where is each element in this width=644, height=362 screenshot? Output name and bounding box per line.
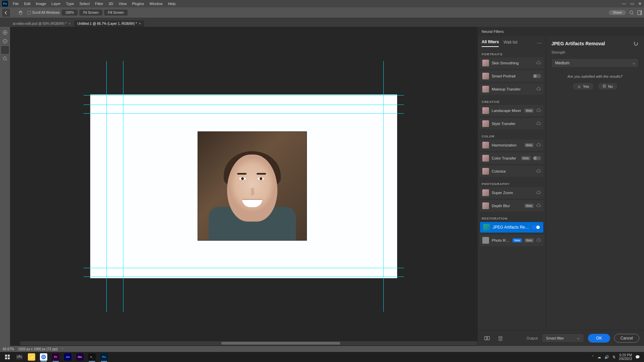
taskbar-chrome[interactable] [38,352,50,362]
fit-screen-button[interactable]: Fit Screen [79,10,102,15]
tray-chevron-icon[interactable]: ˄ [592,355,594,359]
home-back-icon[interactable] [2,9,10,17]
filter-harmonization[interactable]: HarmonizationBeta [480,139,544,151]
tray-volume-icon[interactable]: 🔊 [604,355,609,359]
horizontal-scrollbar[interactable] [20,341,477,345]
menu-type[interactable]: Type [63,0,77,7]
filter-style-transfer[interactable]: Style Transfer [480,118,544,129]
tab-doc-2[interactable]: Untitled-1 @ 66.7% (Layer 1, RGB/8#) *× [74,20,144,27]
filter-depth-blur[interactable]: Depth BlurBeta [480,200,544,212]
cloud-download-icon[interactable] [536,87,541,92]
canvas[interactable] [10,27,477,346]
strength-dropdown[interactable]: Medium⌵ [551,58,639,68]
cloud-download-icon[interactable] [536,121,541,126]
ok-button[interactable]: OK [588,334,610,343]
tray-network-icon[interactable]: ⇅ [612,355,615,359]
tab-wait-list[interactable]: Wait list [503,40,518,47]
tab-all-filters[interactable]: All filters [482,40,499,47]
zoom-in-icon[interactable] [1,29,9,36]
guide-horizontal[interactable] [84,277,404,277]
filter-color-transfer[interactable]: Color TransferBeta [480,153,544,164]
guide-vertical[interactable] [383,61,384,312]
close-icon[interactable]: ✕ [636,1,644,6]
filter-skin-smoothing[interactable]: Skin Smoothing [480,57,544,69]
menu-window[interactable]: Window [147,0,165,7]
chevron-down-icon: ⌵ [577,336,580,340]
menu-help[interactable]: Help [165,0,178,7]
guide-horizontal[interactable] [84,268,404,268]
toggle[interactable] [533,74,541,78]
toggle[interactable] [533,156,541,160]
cloud-download-icon[interactable] [536,190,541,195]
filter-smart-portrait[interactable]: Smart Portrait [480,70,544,82]
yes-button[interactable]: ☺Yes [572,82,594,90]
close-icon[interactable]: × [139,22,141,25]
cloud-download-icon[interactable] [536,108,541,113]
zoom-100-button[interactable]: 100% [62,10,78,15]
menu-edit[interactable]: Edit [21,0,33,7]
guide-horizontal[interactable] [84,95,404,96]
taskbar-terminal[interactable]: >_ [86,352,98,362]
menu-plugins[interactable]: Plugins [129,0,147,7]
beta-badge: Beta [525,238,534,242]
restore-icon[interactable]: ▭ [628,1,636,6]
taskbar-explorer[interactable]: 📁 [25,352,38,362]
filter-super-zoom[interactable]: Super Zoom [480,187,544,198]
menu-file[interactable]: File [10,0,21,7]
taskbar-premiere[interactable]: Pr [50,352,62,362]
taskbar-photoshop[interactable]: Ps [98,352,110,362]
cloud-download-icon[interactable] [536,238,541,243]
panel-title: Neural Filters [478,27,644,36]
start-icon[interactable] [1,352,13,362]
filter-params: JPEG Artifacts Removal Strength Medium⌵ … [546,36,644,330]
taskbar-mediaencoder[interactable]: Me [74,352,86,362]
tab-doc-1[interactable]: ai-video-edit.psd @ 50% (RGB/8#) *× [9,20,74,27]
guide-vertical[interactable] [123,61,123,312]
reset-icon[interactable] [633,41,639,46]
share-button[interactable]: Share [609,10,626,15]
output-dropdown[interactable]: Smart filter⌵ [542,334,584,343]
toggle[interactable] [532,225,540,229]
close-icon[interactable]: × [69,22,71,25]
tray-clock[interactable]: 6:20 PM 2/6/2023 [619,353,632,361]
guide-vertical[interactable] [106,61,107,312]
tray-onedrive-icon[interactable]: ☁ [597,355,601,359]
menu-filter[interactable]: Filter [92,0,106,7]
options-icon[interactable]: ⋯ [537,41,542,46]
cloud-download-icon[interactable] [536,169,541,174]
chevron-right-icon[interactable]: 〉 [62,347,65,351]
search-icon[interactable] [629,10,634,15]
menu-view[interactable]: View [116,0,129,7]
filter-jpeg-artifacts[interactable]: JPEG Artifacts Removal [480,222,544,233]
filter-photo-restoration[interactable]: Photo Res...NewBeta [480,235,544,246]
minimize-icon[interactable]: — [620,1,628,6]
cloud-download-icon[interactable] [536,143,541,147]
no-button[interactable]: ☹No [597,82,618,90]
preview-toggle-icon[interactable] [482,334,492,343]
cloud-download-icon[interactable] [536,61,541,65]
task-view-icon[interactable] [13,352,25,362]
cloud-download-icon[interactable] [536,203,541,208]
svg-rect-9 [8,355,10,357]
scroll-all-checkbox[interactable]: Scroll All Windows [28,11,60,14]
layers-icon[interactable] [496,334,505,343]
guide-horizontal[interactable] [84,113,404,114]
filter-makeup-transfer[interactable]: Makeup Transfer [480,83,544,95]
cancel-button[interactable]: Cancel [614,334,639,343]
fill-screen-button[interactable]: Fill Screen [104,10,127,15]
zoom-level[interactable]: 66.67% [3,347,14,351]
guide-horizontal[interactable] [84,105,404,105]
filter-landscape-mixer[interactable]: Landscape MixerBeta [480,105,544,116]
menu-image[interactable]: Image [33,0,49,7]
tray-notifications-icon[interactable]: 💬 [635,355,640,359]
hand-tool-icon[interactable] [18,10,25,15]
taskbar-aftereffects[interactable]: Ae [62,352,74,362]
filter-colorize[interactable]: Colorize [480,166,544,177]
workspace-icon[interactable] [637,10,642,15]
hand-tool-icon[interactable] [1,46,9,54]
menu-select[interactable]: Select [77,0,93,7]
menu-3d[interactable]: 3D [106,0,116,7]
menu-layer[interactable]: Layer [49,0,63,7]
zoom-tool-icon[interactable] [1,55,9,62]
zoom-out-icon[interactable] [1,38,9,45]
